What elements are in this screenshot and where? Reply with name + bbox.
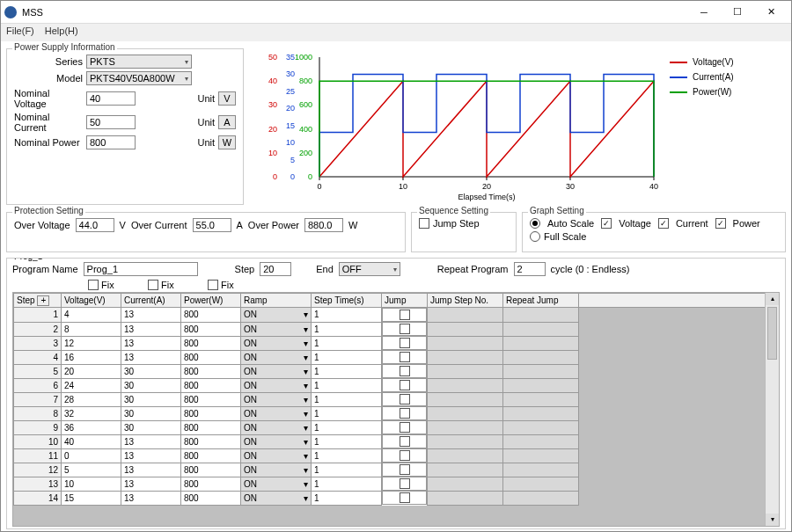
table-row[interactable]: 41613800ON▾1 [14, 350, 779, 364]
cell-voltage[interactable]: 36 [62, 420, 121, 434]
over-power-input[interactable] [304, 218, 343, 232]
ramp-select[interactable]: ON▾ [241, 393, 311, 406]
cell-current[interactable]: 13 [121, 448, 181, 463]
table-scrollbar[interactable]: ▴ ▾ [765, 293, 779, 526]
cell-voltage[interactable]: 10 [62, 477, 121, 491]
power-checkbox[interactable] [715, 218, 726, 229]
cell-voltage[interactable]: 20 [62, 364, 121, 378]
table-row[interactable]: 93630800ON▾1 [14, 420, 779, 434]
scroll-down-icon[interactable]: ▾ [766, 514, 779, 526]
jump-checkbox[interactable] [400, 436, 410, 447]
cell-current[interactable]: 13 [121, 491, 181, 505]
jump-checkbox[interactable] [400, 324, 410, 334]
cell-current[interactable]: 13 [121, 336, 181, 350]
cell-current[interactable]: 13 [121, 477, 181, 491]
table-row[interactable]: 1413800ON▾1 [14, 308, 779, 323]
maximize-button[interactable]: ☐ [721, 3, 754, 22]
ramp-select[interactable]: ON▾ [241, 492, 311, 505]
cell-voltage[interactable]: 32 [62, 406, 121, 420]
jump-checkbox[interactable] [400, 380, 410, 390]
nominal-voltage-input[interactable] [86, 91, 136, 106]
cell-steptime[interactable]: 1 [312, 336, 382, 350]
ramp-select[interactable]: ON▾ [241, 365, 311, 378]
cell-voltage[interactable]: 4 [62, 308, 121, 323]
ramp-select[interactable]: ON▾ [241, 337, 311, 350]
program-name-input[interactable] [84, 262, 198, 276]
ramp-select[interactable]: ON▾ [241, 435, 311, 448]
cell-power[interactable]: 800 [181, 322, 241, 336]
cell-current[interactable]: 30 [121, 420, 181, 434]
current-checkbox[interactable] [658, 218, 669, 229]
over-current-input[interactable] [193, 218, 231, 232]
cell-current[interactable]: 13 [121, 322, 181, 336]
cell-voltage[interactable]: 5 [62, 463, 121, 477]
cell-steptime[interactable]: 1 [312, 308, 382, 323]
cell-steptime[interactable]: 1 [312, 434, 382, 448]
fix-voltage-checkbox[interactable] [88, 280, 99, 290]
cell-voltage[interactable]: 28 [62, 392, 121, 406]
cell-current[interactable]: 30 [121, 392, 181, 406]
table-row[interactable]: 52030800ON▾1 [14, 364, 779, 378]
menu-file[interactable]: File(F) [6, 26, 34, 40]
table-row[interactable]: 62430800ON▾1 [14, 378, 779, 392]
cell-power[interactable]: 800 [181, 448, 241, 463]
jump-checkbox[interactable] [400, 310, 410, 320]
ramp-select[interactable]: ON▾ [241, 379, 311, 392]
repeat-program-input[interactable] [514, 262, 546, 276]
jump-checkbox[interactable] [400, 478, 410, 489]
ramp-select[interactable]: ON▾ [241, 407, 311, 420]
table-row[interactable]: 72830800ON▾1 [14, 392, 779, 406]
ramp-select[interactable]: ON▾ [241, 463, 311, 477]
table-row[interactable]: 12513800ON▾1 [14, 463, 779, 477]
cell-steptime[interactable]: 1 [312, 477, 382, 491]
over-voltage-input[interactable] [76, 218, 114, 232]
cell-steptime[interactable]: 1 [312, 378, 382, 392]
cell-steptime[interactable]: 1 [312, 420, 382, 434]
jump-checkbox[interactable] [400, 338, 410, 348]
ramp-select[interactable]: ON▾ [241, 351, 311, 364]
nominal-current-input[interactable] [86, 115, 136, 129]
voltage-checkbox[interactable] [601, 218, 612, 229]
cell-power[interactable]: 800 [181, 308, 241, 323]
cell-voltage[interactable]: 16 [62, 350, 121, 364]
table-row[interactable]: 131013800ON▾1 [14, 477, 779, 491]
cell-steptime[interactable]: 1 [312, 491, 382, 505]
cell-power[interactable]: 800 [181, 434, 241, 448]
ramp-select[interactable]: ON▾ [241, 308, 311, 322]
ramp-select[interactable]: ON▾ [241, 477, 311, 491]
cell-steptime[interactable]: 1 [312, 322, 382, 336]
model-select[interactable]: PKTS40V50A800W▾ [86, 71, 192, 85]
cell-steptime[interactable]: 1 [312, 392, 382, 406]
cell-power[interactable]: 800 [181, 491, 241, 505]
cell-voltage[interactable]: 24 [62, 378, 121, 392]
cell-power[interactable]: 800 [181, 477, 241, 491]
table-row[interactable]: 104013800ON▾1 [14, 434, 779, 448]
auto-scale-radio[interactable] [530, 218, 540, 229]
cell-current[interactable]: 13 [121, 463, 181, 477]
step-input[interactable] [260, 262, 291, 276]
jump-checkbox[interactable] [400, 352, 410, 362]
jump-step-checkbox[interactable] [419, 218, 429, 229]
cell-power[interactable]: 800 [181, 350, 241, 364]
cell-steptime[interactable]: 1 [312, 364, 382, 378]
cell-power[interactable]: 800 [181, 406, 241, 420]
jump-checkbox[interactable] [400, 464, 410, 475]
cell-steptime[interactable]: 1 [312, 350, 382, 364]
cell-voltage[interactable]: 0 [62, 448, 121, 463]
scroll-thumb[interactable] [767, 307, 777, 360]
table-row[interactable]: 2813800ON▾1 [14, 322, 779, 336]
cell-power[interactable]: 800 [181, 336, 241, 350]
jump-checkbox[interactable] [400, 408, 410, 419]
program-table-wrap[interactable]: Step + Voltage(V) Current(A) Power(W) Ra… [12, 292, 780, 527]
table-row[interactable]: 83230800ON▾1 [14, 406, 779, 420]
cell-current[interactable]: 13 [121, 350, 181, 364]
table-row[interactable]: 31213800ON▾1 [14, 336, 779, 350]
fix-power-checkbox[interactable] [208, 280, 218, 290]
cell-current[interactable]: 13 [121, 434, 181, 448]
jump-checkbox[interactable] [400, 394, 410, 404]
jump-checkbox[interactable] [400, 422, 410, 433]
jump-checkbox[interactable] [400, 492, 410, 503]
cell-voltage[interactable]: 12 [62, 336, 121, 350]
ramp-select[interactable]: ON▾ [241, 323, 311, 336]
cell-power[interactable]: 800 [181, 463, 241, 477]
